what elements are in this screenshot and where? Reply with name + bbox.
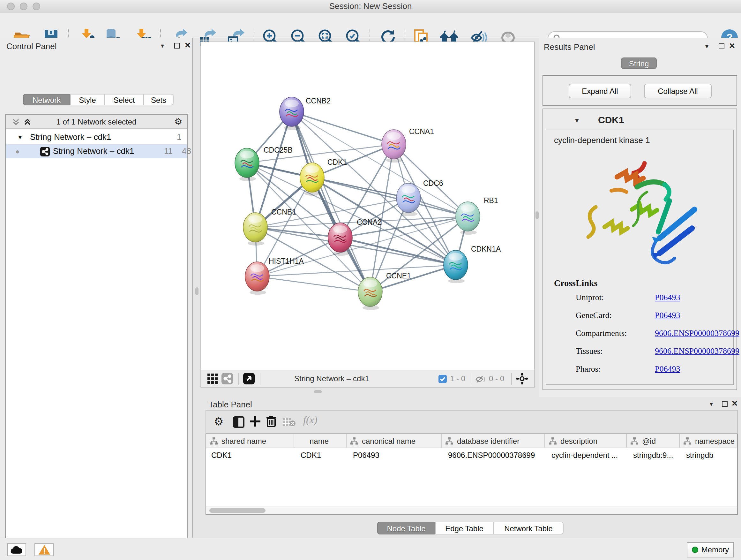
control-panel-float-icon[interactable] xyxy=(174,43,180,49)
table-cell[interactable]: 9606.ENSP00000378699 xyxy=(448,448,544,462)
scrollbar-thumb[interactable] xyxy=(209,508,266,512)
vertical-splitter-handle[interactable] xyxy=(536,211,539,219)
node-table: shared namenamecanonical namedatabase id… xyxy=(205,434,738,515)
crosslink-label: Compartments: xyxy=(576,328,627,338)
table-cell[interactable]: cyclin-dependent ... xyxy=(551,448,625,462)
network-selection-bar: 1 of 1 Network selected ⚙ xyxy=(6,115,187,129)
string-app-icon xyxy=(40,147,50,157)
table-cell[interactable]: stringdb:9... xyxy=(633,448,678,462)
cloud-button[interactable] xyxy=(7,543,26,556)
column-header-name[interactable]: name xyxy=(294,434,347,448)
network-node-CCNB2[interactable] xyxy=(280,97,304,130)
separator xyxy=(260,373,260,385)
network-edge[interactable] xyxy=(255,227,340,238)
crosslinks-section: CrossLinks Uniprot:P06493GeneCard:P06493… xyxy=(554,278,726,378)
tab-sets[interactable]: Sets xyxy=(144,94,174,105)
table-panel-float-icon[interactable] xyxy=(722,401,728,407)
column-header-namespace[interactable]: namespace xyxy=(680,434,738,448)
show-columns-icon[interactable] xyxy=(233,416,245,428)
vertical-splitter-handle[interactable] xyxy=(195,287,199,295)
node-label: HIST1H1A xyxy=(269,257,304,265)
node-label: RB1 xyxy=(484,196,498,205)
network-overview-icon[interactable] xyxy=(221,373,233,384)
tree-expander-icon[interactable]: ▼ xyxy=(17,130,23,144)
table-settings-gear-icon[interactable]: ⚙ xyxy=(214,415,224,428)
delete-table-icon-disabled xyxy=(283,418,295,427)
network-node-CCNB1[interactable] xyxy=(243,212,267,246)
results-panel-close-icon[interactable]: ✕ xyxy=(729,42,735,51)
open-in-new-window-icon[interactable] xyxy=(243,373,255,384)
separator xyxy=(238,373,239,385)
network-node-CCNE1[interactable] xyxy=(358,277,382,310)
network-edge[interactable] xyxy=(257,276,370,292)
tree-row-collection[interactable]: ▼ String Network – cdk1 1 xyxy=(6,130,187,144)
collapse-all-button[interactable]: Collapse All xyxy=(644,84,712,98)
node-label: CCNB1 xyxy=(271,208,296,216)
crosslink-value-link[interactable]: P06493 xyxy=(655,310,680,320)
network-options-gear-icon[interactable]: ⚙ xyxy=(174,116,182,126)
column-header-canonical-name[interactable]: canonical name xyxy=(347,434,442,448)
tab-network[interactable]: Network xyxy=(23,94,70,105)
grid-view-icon[interactable] xyxy=(207,374,218,384)
table-cell[interactable]: stringdb xyxy=(686,448,738,462)
crosslink-row: Uniprot:P06493 xyxy=(554,289,726,307)
title-bar: Session: New Session xyxy=(0,0,741,13)
table-toolbar: ⚙ f(x) xyxy=(205,410,738,434)
tab-style[interactable]: Style xyxy=(70,94,105,105)
table-header-row: shared namenamecanonical namedatabase id… xyxy=(206,434,737,448)
results-panel-float-icon[interactable] xyxy=(719,44,724,49)
network-node-CDC6[interactable] xyxy=(396,183,421,216)
warnings-button[interactable] xyxy=(35,543,54,556)
network-canvas[interactable]: CCNB2CCNA1CDC25BCDK1CDC6RB1CCNB1CCNA2CDK… xyxy=(200,42,535,370)
network-edge[interactable] xyxy=(292,112,468,216)
table-panel-close-icon[interactable]: ✕ xyxy=(731,399,738,408)
column-header-database-identifier[interactable]: database identifier xyxy=(442,434,545,448)
network-node-CDC25B[interactable] xyxy=(235,148,259,181)
selected-checkbox-icon[interactable] xyxy=(439,375,447,383)
network-edge[interactable] xyxy=(292,112,394,144)
control-panel-close-icon[interactable]: ✕ xyxy=(185,41,191,50)
crosslink-value-link[interactable]: P06493 xyxy=(655,293,680,303)
network-edge[interactable] xyxy=(247,163,408,198)
column-type-icon xyxy=(549,437,556,445)
horizontal-scrollbar[interactable] xyxy=(206,506,737,514)
column-header-shared-name[interactable]: shared name xyxy=(206,434,294,448)
tab-network-table[interactable]: Network Table xyxy=(493,522,563,535)
expand-all-button[interactable]: Expand All xyxy=(569,84,631,98)
crosslink-value-link[interactable]: 9606.ENSP00000378699 xyxy=(655,346,739,356)
network-selection-label: 1 of 1 Network selected xyxy=(6,118,187,126)
column-header-description[interactable]: description xyxy=(545,434,627,448)
table-cell[interactable]: CDK1 xyxy=(300,448,345,462)
table-cell[interactable]: CDK1 xyxy=(211,448,292,462)
crosslink-row: Compartments:9606.ENSP00000378699 xyxy=(554,324,726,342)
delete-column-icon[interactable] xyxy=(266,416,276,427)
crosslink-label: Tissues: xyxy=(576,346,603,356)
crosshair-icon[interactable] xyxy=(516,373,528,384)
entry-collapse-icon[interactable]: ▼ xyxy=(574,117,580,124)
tab-select[interactable]: Select xyxy=(105,94,144,105)
memory-button[interactable]: Memory xyxy=(687,542,734,557)
control-panel: Control Panel ▾ ✕ NetworkStyleSelectSets… xyxy=(0,38,193,539)
table-cell[interactable]: P06493 xyxy=(353,448,441,462)
collection-label: String Network – cdk1 xyxy=(30,130,111,144)
control-panel-menu-icon[interactable]: ▾ xyxy=(161,42,164,49)
network-node-CDKN1A[interactable] xyxy=(444,250,468,283)
column-header--id[interactable]: @id xyxy=(627,434,680,448)
crosslink-value-link[interactable]: P06493 xyxy=(655,364,680,374)
node-label: CCNA2 xyxy=(357,218,382,226)
tab-string[interactable]: String xyxy=(621,57,657,69)
tree-row-network[interactable]: ● String Network – cdk1 11 48 xyxy=(6,144,187,159)
table-panel-menu-icon[interactable]: ▾ xyxy=(710,400,713,408)
cytoscape-window: Session: New Session xyxy=(0,0,741,560)
horizontal-splitter-handle[interactable] xyxy=(314,390,322,393)
network-node-HIST1H1A[interactable] xyxy=(245,262,269,295)
network-node-RB1[interactable] xyxy=(456,202,480,235)
network-edge[interactable] xyxy=(312,178,468,216)
network-node-CCNA1[interactable] xyxy=(382,130,406,163)
tab-edge-table[interactable]: Edge Table xyxy=(435,522,493,535)
add-column-icon[interactable] xyxy=(250,416,261,427)
crosslink-value-link[interactable]: 9606.ENSP00000378699 xyxy=(655,328,739,338)
tab-node-table[interactable]: Node Table xyxy=(377,522,435,535)
results-panel-menu-icon[interactable]: ▾ xyxy=(705,43,709,50)
network-edge[interactable] xyxy=(340,238,456,265)
